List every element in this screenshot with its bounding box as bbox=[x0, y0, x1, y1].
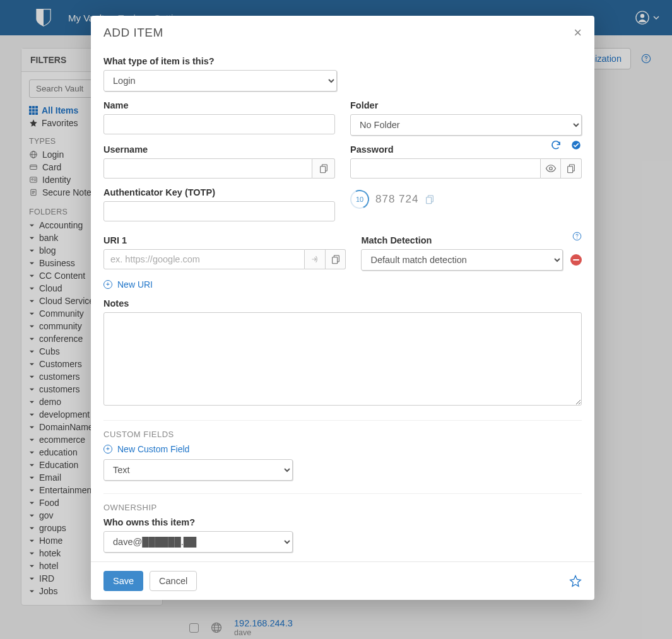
match-detection-select[interactable]: Default match detection bbox=[361, 249, 563, 271]
copy-uri-button[interactable] bbox=[326, 249, 346, 269]
custom-fields-header: CUSTOM FIELDS bbox=[103, 420, 582, 439]
totp-timer-value: 10 bbox=[351, 191, 368, 208]
name-label: Name bbox=[103, 100, 335, 110]
new-uri-label: New URI bbox=[117, 279, 153, 290]
totp-timer-ring: 10 bbox=[350, 190, 369, 209]
type-label: What type of item is this? bbox=[103, 56, 582, 66]
svg-rect-28 bbox=[427, 197, 432, 204]
copy-icon bbox=[319, 163, 329, 173]
copy-icon bbox=[566, 163, 576, 173]
check-password-icon[interactable] bbox=[570, 139, 582, 151]
svg-rect-26 bbox=[568, 167, 573, 173]
toggle-password-button[interactable] bbox=[541, 158, 562, 179]
remove-uri-button[interactable] bbox=[570, 254, 582, 266]
totp-code: 878 724 bbox=[375, 193, 418, 206]
add-item-modal: ADD ITEM × What type of item is this? Lo… bbox=[91, 16, 594, 600]
svg-rect-30 bbox=[332, 257, 337, 264]
owner-select[interactable]: dave@██████.██ bbox=[103, 531, 293, 553]
modal-title: ADD ITEM bbox=[103, 26, 163, 40]
save-button[interactable]: Save bbox=[103, 571, 143, 591]
eye-icon bbox=[545, 163, 557, 174]
match-help-icon[interactable] bbox=[572, 232, 582, 241]
owner-label: Who owns this item? bbox=[103, 517, 582, 527]
new-custom-field-label: New Custom Field bbox=[117, 444, 189, 454]
new-uri-link[interactable]: + New URI bbox=[103, 279, 582, 290]
folder-select[interactable]: No Folder bbox=[350, 114, 582, 136]
folder-label: Folder bbox=[350, 100, 582, 110]
new-custom-field-link[interactable]: + New Custom Field bbox=[103, 444, 582, 454]
svg-point-24 bbox=[549, 167, 552, 170]
username-input[interactable] bbox=[103, 158, 312, 179]
notes-textarea[interactable] bbox=[103, 312, 582, 406]
name-input[interactable] bbox=[103, 114, 335, 134]
launch-icon bbox=[310, 254, 320, 264]
match-detection-label: Match Detection bbox=[361, 235, 432, 245]
password-input[interactable] bbox=[350, 158, 541, 179]
ownership-header: OWNERSHIP bbox=[103, 493, 582, 512]
custom-field-type-select[interactable]: Text bbox=[103, 459, 293, 481]
totp-label: Authenticator Key (TOTP) bbox=[103, 187, 335, 197]
generate-password-icon[interactable] bbox=[550, 139, 562, 151]
cancel-button[interactable]: Cancel bbox=[150, 571, 197, 591]
username-label: Username bbox=[103, 144, 335, 155]
password-label: Password bbox=[350, 144, 394, 155]
totp-input[interactable] bbox=[103, 201, 335, 221]
copy-icon bbox=[331, 254, 341, 264]
item-type-select[interactable]: Login bbox=[103, 70, 337, 91]
favorite-toggle-icon[interactable] bbox=[569, 575, 582, 587]
svg-point-32 bbox=[577, 237, 577, 238]
plus-circle-icon: + bbox=[103, 280, 112, 289]
svg-rect-22 bbox=[320, 167, 325, 173]
uri1-input[interactable] bbox=[103, 249, 305, 269]
copy-username-button[interactable] bbox=[312, 158, 335, 179]
copy-totp-button[interactable] bbox=[425, 194, 435, 204]
uri1-label: URI 1 bbox=[103, 235, 346, 245]
launch-uri-button[interactable] bbox=[305, 249, 326, 269]
plus-circle-icon: + bbox=[103, 445, 112, 454]
copy-password-button[interactable] bbox=[561, 158, 582, 179]
notes-label: Notes bbox=[103, 298, 582, 308]
close-button[interactable]: × bbox=[574, 26, 582, 40]
